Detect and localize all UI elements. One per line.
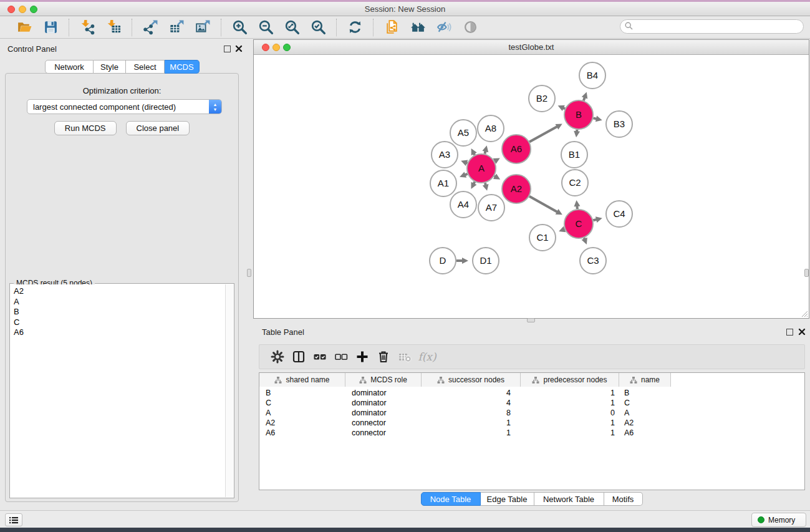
table-cell[interactable]: A2 [624, 418, 634, 427]
graph-edge[interactable] [529, 196, 558, 213]
import-table-button[interactable] [104, 18, 123, 37]
hide-graphics-button[interactable] [435, 18, 453, 37]
horizontal-splitter-handle[interactable] [527, 318, 535, 322]
browse-mode-button[interactable] [288, 347, 309, 366]
left-splitter-handle[interactable] [247, 269, 251, 277]
criterion-dropdown[interactable]: largest connected component (directed) ▲… [27, 99, 222, 114]
tab-mcds[interactable]: MCDS [165, 60, 200, 74]
result-scrollbar[interactable] [225, 284, 233, 497]
zoom-fit-button[interactable] [282, 18, 301, 37]
home-view-button[interactable] [408, 18, 427, 37]
result-item[interactable]: A6 [14, 327, 224, 338]
function-builder-button[interactable]: f(x) [415, 347, 436, 366]
table-cell[interactable]: 1 [422, 418, 511, 427]
column-header-successor-nodes[interactable]: successor nodes [422, 373, 521, 387]
close-panel-button[interactable]: Close panel [126, 121, 190, 135]
select-all-button[interactable] [309, 347, 330, 366]
table-row[interactable]: Bdominator41B [259, 389, 804, 399]
tab-select[interactable]: Select [126, 60, 165, 74]
export-image-button[interactable] [193, 18, 212, 37]
network-canvas[interactable]: B4B2BB3A8A5A6A3B1AC2A1A2A4A7C4CC1C3DD1 [254, 56, 809, 318]
main-toolbar [0, 16, 810, 39]
result-item[interactable]: A2 [14, 286, 224, 297]
dropdown-stepper-icon: ▲▼ [209, 100, 221, 114]
deselect-all-icon [334, 349, 349, 364]
edge-arrow-icon [482, 145, 488, 152]
node-table[interactable]: shared nameMCDS rolesuccessor nodesprede… [259, 372, 805, 490]
graph-edge[interactable] [529, 126, 558, 142]
table-cell[interactable]: A6 [266, 428, 275, 437]
table-cell[interactable]: A [624, 409, 629, 417]
export-network-button[interactable] [141, 18, 160, 37]
import-network-button[interactable] [78, 18, 97, 37]
table-cell[interactable]: connector [352, 418, 386, 427]
table-cell[interactable]: 1 [521, 389, 615, 397]
table-cell[interactable]: 1 [521, 418, 615, 427]
show-graphics-button[interactable] [461, 18, 480, 37]
table-cell[interactable]: 4 [422, 399, 511, 407]
column-header-MCDS-role[interactable]: MCDS role [345, 373, 422, 387]
right-splitter-handle[interactable] [804, 269, 809, 277]
table-cell[interactable]: C [624, 399, 630, 407]
search-input[interactable] [620, 19, 804, 34]
table-cell[interactable]: A [266, 409, 271, 417]
table-cell[interactable]: A2 [266, 418, 275, 427]
zoom-selected-button[interactable] [309, 18, 327, 37]
column-header-shared-name[interactable]: shared name [259, 373, 345, 387]
close-panel-icon[interactable] [235, 45, 243, 52]
table-cell[interactable]: 1 [521, 399, 615, 407]
table-cell[interactable]: 1 [422, 428, 511, 437]
table-row[interactable]: A6connector11A6 [259, 428, 804, 438]
table-cell[interactable]: dominator [352, 399, 387, 407]
table-row[interactable]: A2connector11A2 [259, 418, 804, 428]
table-tab-network-table[interactable]: Network Table [534, 492, 604, 506]
tab-network[interactable]: Network [45, 60, 94, 74]
zoom-in-button[interactable] [230, 18, 249, 37]
table-cell[interactable]: 0 [521, 409, 615, 417]
table-close-panel-icon[interactable] [798, 328, 806, 336]
table-cell[interactable]: 1 [521, 428, 615, 437]
table-tab-edge-table[interactable]: Edge Table [481, 492, 534, 506]
export-table-button[interactable] [167, 18, 186, 37]
table-row[interactable]: Adominator80A [259, 409, 804, 418]
home-view-icon [410, 19, 426, 35]
graph-node-label: D [440, 255, 446, 266]
table-cell[interactable]: dominator [352, 389, 387, 397]
table-row[interactable]: Cdominator41C [259, 399, 804, 409]
open-file-button[interactable] [15, 18, 34, 37]
table-float-panel-icon[interactable] [786, 329, 793, 336]
save-session-button[interactable] [41, 18, 60, 37]
add-column-button[interactable] [352, 347, 373, 366]
table-tab-node-table[interactable]: Node Table [421, 492, 481, 506]
table-cell[interactable]: connector [352, 428, 386, 437]
refresh-view-button[interactable] [345, 18, 364, 37]
column-header-name[interactable]: name [619, 373, 671, 387]
tab-style[interactable]: Style [94, 60, 126, 74]
resize-grip-icon[interactable] [801, 311, 808, 317]
column-header-predecessor-nodes[interactable]: predecessor nodes [521, 373, 619, 387]
export-image-icon [195, 19, 211, 35]
table-cell[interactable]: dominator [352, 409, 387, 417]
result-item[interactable]: A [14, 297, 224, 307]
table-cell[interactable]: B [624, 389, 629, 397]
show-panels-button[interactable] [5, 513, 22, 526]
table-cell[interactable]: A6 [624, 428, 634, 437]
table-settings-button[interactable] [267, 347, 288, 366]
table-cell[interactable]: B [266, 389, 271, 397]
search-field[interactable] [620, 19, 804, 34]
delete-table-button[interactable] [394, 347, 415, 366]
table-cell[interactable]: C [266, 399, 271, 407]
deselect-all-button[interactable] [330, 347, 352, 366]
table-tab-motifs[interactable]: Motifs [604, 492, 643, 506]
clone-network-button[interactable] [382, 18, 401, 37]
result-item[interactable]: C [14, 317, 224, 328]
table-cell[interactable]: 8 [422, 409, 511, 417]
delete-column-button[interactable] [373, 347, 394, 366]
network-window-titlebar[interactable]: testGlobe.txt [254, 40, 809, 55]
zoom-out-button[interactable] [256, 18, 275, 37]
result-item[interactable]: B [14, 307, 224, 317]
float-panel-icon[interactable] [224, 46, 231, 52]
memory-button[interactable]: Memory [751, 513, 806, 527]
run-mcds-button[interactable]: Run MCDS [54, 121, 117, 135]
table-cell[interactable]: 4 [422, 389, 511, 397]
